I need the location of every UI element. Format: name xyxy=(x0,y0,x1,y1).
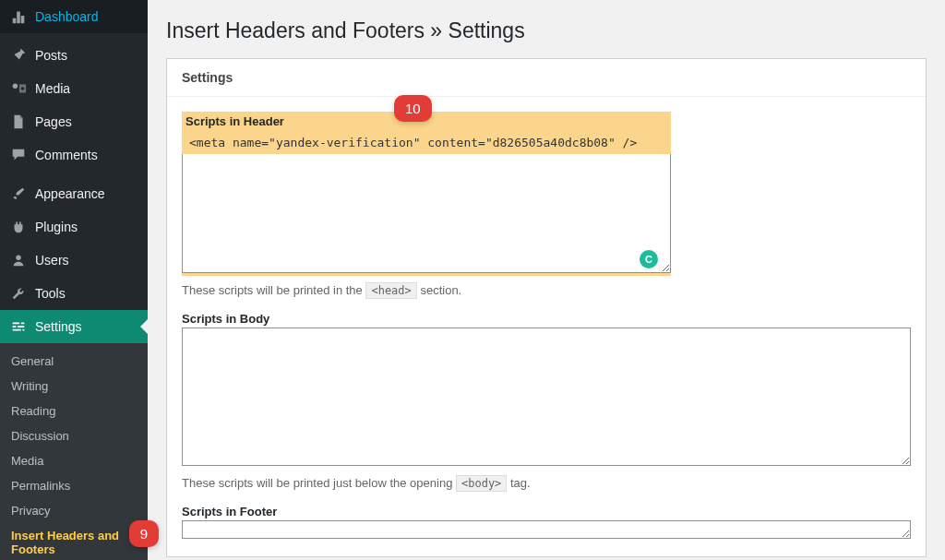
svg-point-1 xyxy=(21,87,25,90)
svg-point-2 xyxy=(16,256,20,260)
grammarly-icon: C xyxy=(640,250,658,268)
sidebar-item-dashboard[interactable]: Dashboard xyxy=(0,0,148,33)
submenu-insert-headers-footers[interactable]: Insert Headers and Footers xyxy=(0,523,148,560)
submenu-writing[interactable]: Writing xyxy=(0,374,148,399)
scripts-footer-input[interactable] xyxy=(182,520,911,539)
field-label-body: Scripts in Body xyxy=(182,312,911,326)
comment-icon xyxy=(9,146,28,164)
sidebar-label: Dashboard xyxy=(35,9,99,24)
settings-submenu: General Writing Reading Discussion Media… xyxy=(0,343,148,560)
field-help-header: These scripts will be printed in the <he… xyxy=(182,283,911,297)
sidebar-label: Comments xyxy=(35,148,98,162)
submenu-general[interactable]: General xyxy=(0,349,148,374)
media-icon xyxy=(9,79,28,98)
submenu-discussion[interactable]: Discussion xyxy=(0,423,148,448)
scripts-header-input[interactable] xyxy=(182,130,671,273)
sidebar-item-tools[interactable]: Tools xyxy=(0,277,148,310)
sidebar-item-posts[interactable]: Posts xyxy=(0,39,148,72)
sidebar-label: Pages xyxy=(35,114,72,129)
field-label-header: Scripts in Header xyxy=(182,114,671,128)
admin-sidebar: Dashboard Posts Media Pages Comments xyxy=(0,0,148,560)
page-icon xyxy=(9,113,28,131)
sidebar-item-users[interactable]: Users xyxy=(0,244,148,277)
code-body: <body> xyxy=(456,475,507,492)
highlight-region: Scripts in Header C <meta name="yandex-v… xyxy=(182,112,671,276)
field-body: Scripts in Body These scripts will be pr… xyxy=(182,312,911,490)
user-icon xyxy=(9,251,28,269)
brush-icon xyxy=(9,185,28,203)
panel-header: Settings xyxy=(167,59,926,97)
page-title: Insert Headers and Footers » Settings xyxy=(166,18,927,43)
field-help-body: These scripts will be printed just below… xyxy=(182,476,911,490)
sidebar-label: Appearance xyxy=(35,186,105,201)
wrench-icon xyxy=(9,284,28,303)
sidebar-label: Posts xyxy=(35,48,67,63)
field-header: Scripts in Header C <meta name="yandex-v… xyxy=(182,112,911,297)
sidebar-item-pages[interactable]: Pages xyxy=(0,105,148,138)
field-label-footer: Scripts in Footer xyxy=(182,505,911,518)
submenu-permalinks[interactable]: Permalinks xyxy=(0,473,148,498)
sidebar-item-comments[interactable]: Comments xyxy=(0,138,148,172)
sidebar-item-settings[interactable]: Settings xyxy=(0,310,148,343)
sidebar-item-media[interactable]: Media xyxy=(0,72,148,105)
sidebar-label: Plugins xyxy=(35,220,78,234)
sidebar-label: Media xyxy=(35,81,70,96)
sidebar-label: Tools xyxy=(35,286,66,301)
svg-point-0 xyxy=(13,84,18,89)
sidebar-item-plugins[interactable]: Plugins xyxy=(0,210,148,244)
settings-panel: Settings Scripts in Header C <meta name=… xyxy=(166,58,927,557)
code-head: <head> xyxy=(365,282,416,299)
dashboard-icon xyxy=(9,7,28,26)
sidebar-item-appearance[interactable]: Appearance xyxy=(0,177,148,210)
submenu-reading[interactable]: Reading xyxy=(0,399,148,423)
sidebar-label: Users xyxy=(35,253,69,268)
field-footer: Scripts in Footer xyxy=(182,505,911,542)
scripts-body-input[interactable] xyxy=(182,328,911,466)
submenu-media[interactable]: Media xyxy=(0,448,148,473)
main-content: Insert Headers and Footers » Settings Se… xyxy=(148,0,945,560)
sidebar-label: Settings xyxy=(35,319,82,334)
sliders-icon xyxy=(9,317,28,336)
plug-icon xyxy=(9,218,28,236)
submenu-privacy[interactable]: Privacy xyxy=(0,498,148,523)
pin-icon xyxy=(9,46,28,65)
